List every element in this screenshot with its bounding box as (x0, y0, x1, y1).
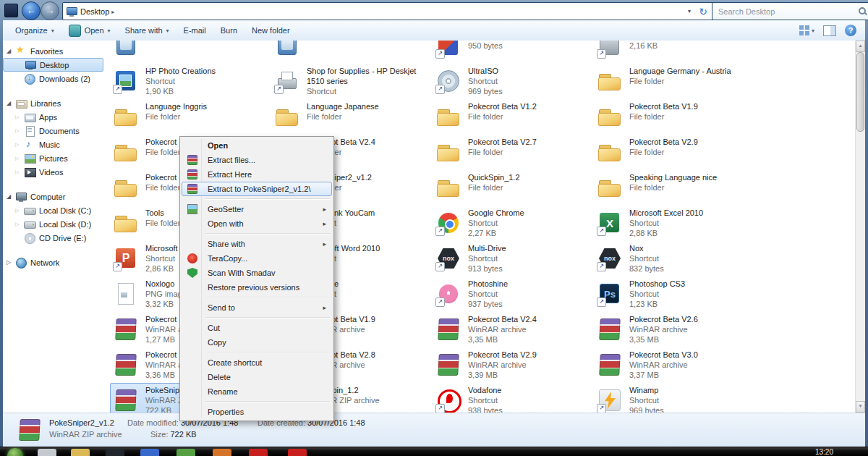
file-tile-language-japanese[interactable]: Language JapaneseFile folder (271, 99, 430, 135)
sidebar-item-music[interactable]: ▷Music (3, 138, 106, 151)
file-tile-multi-drive[interactable]: Multi-DriveShortcut913 bytes (433, 241, 592, 276)
file-tile-pokecrot-beta-v1-9[interactable]: Pokecrot Beta V1.9File folder (594, 99, 753, 135)
scroll-down-button[interactable]: ▼ (856, 401, 865, 413)
back-button[interactable]: ← (22, 1, 41, 20)
sidebar-item-videos[interactable]: ▷Videos (3, 165, 106, 179)
file-tile-pokecrot-beta-v2-7[interactable]: Pokecrot Beta V2.7File folder (433, 135, 592, 170)
refresh-button[interactable]: ↻ (695, 4, 711, 19)
file-tile-hp-photo-creations[interactable]: HP Photo CreationsShortcut1,90 KB (110, 64, 269, 99)
open-icon (69, 25, 81, 37)
file-tile[interactable]: System Folder (110, 41, 269, 64)
forward-button[interactable]: → (41, 1, 59, 20)
taskbar-app-4[interactable] (140, 449, 159, 456)
address-history-dropdown-icon[interactable]: ▾ (684, 8, 695, 14)
context-menu-item-geosetter[interactable]: GeoSetter▸ (182, 202, 332, 216)
start-button[interactable] (7, 448, 23, 456)
file-tile[interactable]: Shortcut950 bytes (433, 41, 592, 64)
file-tile-vodafone[interactable]: VodafoneShortcut938 bytes (433, 383, 592, 413)
doc-icon (24, 125, 36, 137)
file-tile-language-germany-austria[interactable]: Language Germany - AustriaFile folder (594, 64, 753, 99)
breadcrumb[interactable]: Desktop (78, 7, 111, 16)
file-tile-pokecrot-beta-v3-0[interactable]: Pokecrot Beta V3.0WinRAR archive3,37 MB (594, 347, 753, 383)
taskbar-app-1[interactable] (38, 449, 56, 456)
taskbar-clock[interactable]: 13:20 (815, 448, 833, 456)
toolbar-button-open[interactable]: Open▾ (62, 22, 117, 40)
sidebar-item-local-disk-c[interactable]: ▷Local Disk (C:) (3, 203, 106, 217)
file-tile-quickspin-1-2[interactable]: QuickSpin_1.2File folder (433, 170, 592, 206)
preview-pane-button[interactable] (823, 25, 836, 36)
file-tile[interactable]: Shortcut2,16 KB (594, 41, 753, 64)
taskbar-app-5[interactable] (176, 449, 195, 456)
context-menu-item-cut[interactable]: Cut (182, 321, 332, 335)
toolbar-button-burn[interactable]: Burn (214, 23, 244, 38)
context-menu-item-open[interactable]: Open (182, 138, 332, 153)
file-tile-ultraiso[interactable]: UltraISOShortcut969 bytes (433, 64, 592, 99)
search-input[interactable] (717, 7, 858, 17)
expander-icon[interactable]: ◢ (7, 100, 15, 106)
sidebar-item-pictures[interactable]: ▷Pictures (3, 151, 106, 165)
sidebar-item-local-disk-d[interactable]: ▷Local Disk (D:) (3, 217, 106, 231)
context-menu-item-delete[interactable]: Delete (182, 370, 332, 384)
breadcrumb-arrow-icon[interactable]: ▸ (111, 8, 114, 15)
expander-icon[interactable]: ◢ (7, 193, 15, 200)
file-tile-microsoft-excel-2010[interactable]: Microsoft Excel 2010Shortcut2,88 KB (594, 206, 753, 241)
file-tile-photoshop-cs3[interactable]: Photoshop CS3Shortcut1,23 KB (594, 276, 753, 312)
context-menu-item-rename[interactable]: Rename (182, 384, 332, 399)
context-menu-item-scan-with-smadav[interactable]: Scan With Smadav (182, 266, 332, 280)
sidebar-section-computer[interactable]: ◢Computer (3, 190, 106, 203)
sidebar-section-libraries[interactable]: ◢Libraries (3, 96, 106, 110)
scroll-up-button[interactable]: ▲ (856, 41, 865, 52)
file-tile[interactable]: System Folder (271, 41, 430, 64)
context-menu-item-open-with[interactable]: Open with▸ (182, 216, 332, 231)
file-tile-pokecrot-beta-v2-9[interactable]: Pokecrot Beta V2.9File folder (594, 135, 753, 170)
file-tile-language-inggris[interactable]: Language InggrisFile folder (110, 99, 269, 135)
context-menu-item-extract-here[interactable]: Extract Here (182, 167, 332, 182)
taskbar-app-7[interactable] (249, 449, 268, 456)
file-tile-pokecrot-beta-v2-6[interactable]: Pokecrot Beta V2.6WinRAR archive3,35 MB (594, 312, 753, 347)
expander-icon[interactable]: ▷ (7, 259, 15, 266)
file-tile-pokecrot-beta-v2-4[interactable]: Pokecrot Beta V2.4WinRAR archive3,35 MB (433, 312, 592, 347)
sidebar-item-documents[interactable]: ▷Documents (3, 124, 106, 138)
toolbar-button-e-mail[interactable]: E-mail (177, 23, 213, 38)
change-view-button[interactable]: ▾ (799, 25, 814, 35)
file-tile-google-chrome[interactable]: Google ChromeShortcut2,27 KB (433, 206, 592, 241)
expander-icon[interactable]: ◢ (7, 48, 15, 54)
context-menu-item-share-with[interactable]: Share with▸ (182, 237, 332, 251)
file-tile-speaking-language-nice[interactable]: Speaking Language niceFile folder (594, 170, 753, 206)
file-tile-nox[interactable]: NoxShortcut832 bytes (594, 241, 753, 276)
context-menu-item-create-shortcut[interactable]: Create shortcut (182, 355, 332, 370)
sidebar-item-cd-drive-e[interactable]: CD Drive (E:) (3, 231, 106, 245)
taskbar-app-2[interactable] (71, 449, 90, 456)
file-tile-winamp[interactable]: WinampShortcut969 bytes (594, 383, 753, 413)
context-menu-item-teracopy[interactable]: TeraCopy... (182, 251, 332, 266)
toolbar-button-organize[interactable]: Organize▾ (9, 23, 61, 38)
taskbar-app-6[interactable] (213, 449, 231, 456)
search-box[interactable] (712, 2, 868, 20)
context-menu-item-restore-previous-versions[interactable]: Restore previous versions (182, 280, 332, 295)
toolbar-button-new-folder[interactable]: New folder (245, 23, 297, 38)
sidebar-item-apps[interactable]: ▷Apps (3, 110, 106, 124)
file-tile-photoshine[interactable]: PhotoshineShortcut937 bytes (433, 276, 592, 312)
menu-separator (205, 297, 330, 298)
details-file-type: WinRAR ZIP archive (49, 430, 122, 439)
file-tile-pokecrot-beta-v1-2[interactable]: Pokecrot Beta V1.2File folder (433, 99, 592, 135)
address-bar[interactable]: Desktop ▸ ▾ ↻ (62, 2, 715, 20)
sidebar-item-downloads-2[interactable]: Downloads (2) (3, 72, 106, 85)
file-tile-pokecrot-beta-v2-9[interactable]: Pokecrot Beta V2.9WinRAR archive3,39 MB (433, 347, 592, 383)
taskbar-app-3[interactable] (106, 449, 124, 456)
vertical-scrollbar[interactable]: ▲ ▼ (855, 41, 865, 413)
sidebar-section-favorites[interactable]: ◢Favorites (3, 44, 106, 58)
taskbar-app-8[interactable] (288, 449, 307, 456)
file-tile-shop-for-supplies-hp-deskjet-1510-series[interactable]: Shop for Supplies - HP Deskjet 1510 seri… (271, 64, 430, 99)
context-menu-item-extract-files[interactable]: Extract files... (182, 153, 332, 167)
context-menu-item-properties[interactable]: Properties (182, 405, 332, 419)
scrollbar-thumb[interactable] (856, 52, 864, 132)
context-menu-item-send-to[interactable]: Send to▸ (182, 300, 332, 315)
toolbar-button-share-with[interactable]: Share with▾ (119, 23, 176, 38)
context-menu-item-copy[interactable]: Copy (182, 335, 332, 350)
help-button[interactable] (845, 25, 856, 36)
nox-icon (596, 245, 624, 272)
context-menu-item-extract-to-pokesniper2-v1-2[interactable]: Extract to PokeSniper2_v1.2\ (182, 182, 332, 196)
sidebar-section-network[interactable]: ▷Network (3, 256, 106, 269)
sidebar-item-desktop[interactable]: Desktop (3, 58, 103, 72)
